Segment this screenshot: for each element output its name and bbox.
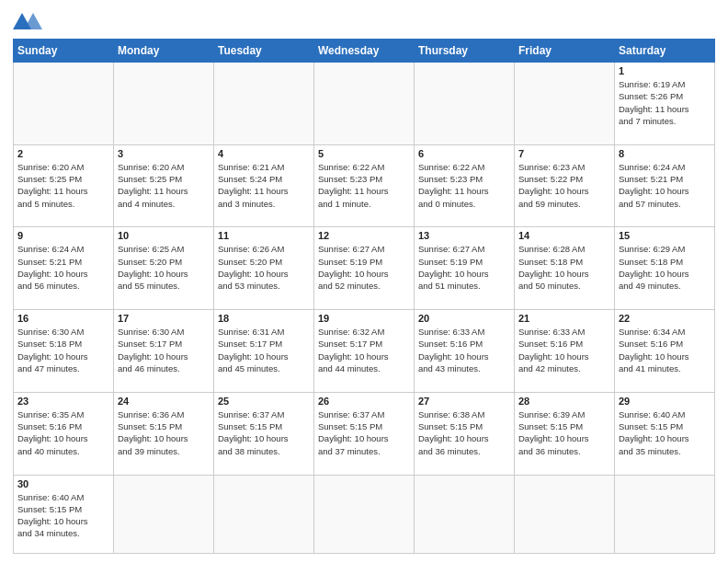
header [13,9,715,33]
day-number: 30 [17,478,109,489]
calendar-cell: 22Sunrise: 6:34 AM Sunset: 5:16 PM Dayli… [615,310,715,393]
day-number: 19 [318,313,410,324]
day-info: Sunrise: 6:22 AM Sunset: 5:23 PM Dayligh… [418,161,510,210]
calendar-cell [114,475,214,553]
day-number: 7 [518,148,610,159]
day-info: Sunrise: 6:37 AM Sunset: 5:15 PM Dayligh… [218,408,310,457]
day-info: Sunrise: 6:23 AM Sunset: 5:22 PM Dayligh… [518,161,610,210]
day-info: Sunrise: 6:28 AM Sunset: 5:18 PM Dayligh… [518,243,610,292]
day-info: Sunrise: 6:32 AM Sunset: 5:17 PM Dayligh… [318,326,410,374]
calendar-cell: 25Sunrise: 6:37 AM Sunset: 5:15 PM Dayli… [214,392,314,475]
day-number: 16 [17,313,109,324]
calendar-week-row: 1Sunrise: 6:19 AM Sunset: 5:26 PM Daylig… [14,63,715,145]
calendar-week-row: 23Sunrise: 6:35 AM Sunset: 5:16 PM Dayli… [14,392,715,475]
calendar-weekday-wednesday: Wednesday [314,40,415,63]
calendar-cell: 8Sunrise: 6:24 AM Sunset: 5:21 PM Daylig… [615,144,715,227]
day-number: 20 [418,313,510,324]
day-info: Sunrise: 6:37 AM Sunset: 5:15 PM Dayligh… [318,408,410,457]
day-info: Sunrise: 6:30 AM Sunset: 5:18 PM Dayligh… [17,326,109,374]
calendar-cell: 30Sunrise: 6:40 AM Sunset: 5:15 PM Dayli… [14,475,114,553]
calendar-weekday-thursday: Thursday [415,40,515,63]
calendar-week-row: 9Sunrise: 6:24 AM Sunset: 5:21 PM Daylig… [14,227,715,310]
calendar-cell: 10Sunrise: 6:25 AM Sunset: 5:20 PM Dayli… [114,227,214,310]
day-number: 8 [619,148,711,159]
calendar-cell: 14Sunrise: 6:28 AM Sunset: 5:18 PM Dayli… [515,227,615,310]
day-info: Sunrise: 6:22 AM Sunset: 5:23 PM Dayligh… [318,161,410,210]
day-info: Sunrise: 6:33 AM Sunset: 5:16 PM Dayligh… [418,326,510,374]
day-number: 25 [218,396,310,407]
calendar-cell: 6Sunrise: 6:22 AM Sunset: 5:23 PM Daylig… [415,144,515,227]
calendar-table: SundayMondayTuesdayWednesdayThursdayFrid… [13,39,715,554]
day-info: Sunrise: 6:40 AM Sunset: 5:15 PM Dayligh… [17,491,109,540]
day-number: 13 [418,230,510,241]
day-number: 22 [619,313,711,324]
calendar-week-row: 30Sunrise: 6:40 AM Sunset: 5:15 PM Dayli… [14,475,715,553]
logo [13,13,59,33]
day-number: 3 [118,148,210,159]
calendar-cell: 2Sunrise: 6:20 AM Sunset: 5:25 PM Daylig… [14,144,114,227]
day-info: Sunrise: 6:19 AM Sunset: 5:26 PM Dayligh… [619,78,711,127]
day-info: Sunrise: 6:21 AM Sunset: 5:24 PM Dayligh… [218,161,310,210]
day-info: Sunrise: 6:27 AM Sunset: 5:19 PM Dayligh… [318,243,410,292]
calendar-cell [314,63,415,145]
day-info: Sunrise: 6:31 AM Sunset: 5:17 PM Dayligh… [218,326,310,374]
day-info: Sunrise: 6:20 AM Sunset: 5:25 PM Dayligh… [17,161,109,210]
day-number: 29 [619,396,711,407]
day-info: Sunrise: 6:20 AM Sunset: 5:25 PM Dayligh… [118,161,210,210]
calendar-weekday-tuesday: Tuesday [214,40,314,63]
day-number: 18 [218,313,310,324]
day-info: Sunrise: 6:40 AM Sunset: 5:15 PM Dayligh… [619,408,711,457]
calendar-cell [114,63,214,145]
calendar-cell [415,63,515,145]
calendar-cell: 3Sunrise: 6:20 AM Sunset: 5:25 PM Daylig… [114,144,214,227]
calendar-cell: 13Sunrise: 6:27 AM Sunset: 5:19 PM Dayli… [415,227,515,310]
calendar-cell: 21Sunrise: 6:33 AM Sunset: 5:16 PM Dayli… [515,310,615,393]
calendar-cell: 7Sunrise: 6:23 AM Sunset: 5:22 PM Daylig… [515,144,615,227]
calendar-cell [515,475,615,553]
day-number: 9 [17,230,109,241]
calendar-cell [615,475,715,553]
calendar-cell: 9Sunrise: 6:24 AM Sunset: 5:21 PM Daylig… [14,227,114,310]
calendar-cell: 1Sunrise: 6:19 AM Sunset: 5:26 PM Daylig… [615,63,715,145]
day-number: 15 [619,230,711,241]
day-number: 1 [619,65,711,76]
day-number: 11 [218,230,310,241]
day-number: 10 [118,230,210,241]
day-info: Sunrise: 6:27 AM Sunset: 5:19 PM Dayligh… [418,243,510,292]
day-info: Sunrise: 6:29 AM Sunset: 5:18 PM Dayligh… [619,243,711,292]
calendar-weekday-friday: Friday [515,40,615,63]
day-number: 28 [518,396,610,407]
calendar-cell: 4Sunrise: 6:21 AM Sunset: 5:24 PM Daylig… [214,144,314,227]
calendar-cell: 20Sunrise: 6:33 AM Sunset: 5:16 PM Dayli… [415,310,515,393]
calendar-cell: 23Sunrise: 6:35 AM Sunset: 5:16 PM Dayli… [14,392,114,475]
day-number: 26 [318,396,410,407]
day-info: Sunrise: 6:35 AM Sunset: 5:16 PM Dayligh… [17,408,109,457]
day-number: 5 [318,148,410,159]
day-number: 12 [318,230,410,241]
calendar-cell: 24Sunrise: 6:36 AM Sunset: 5:15 PM Dayli… [114,392,214,475]
day-number: 21 [518,313,610,324]
calendar-cell: 5Sunrise: 6:22 AM Sunset: 5:23 PM Daylig… [314,144,415,227]
day-info: Sunrise: 6:24 AM Sunset: 5:21 PM Dayligh… [17,243,109,292]
day-number: 14 [518,230,610,241]
calendar-weekday-saturday: Saturday [615,40,715,63]
logo-icon [13,13,59,29]
calendar-cell: 17Sunrise: 6:30 AM Sunset: 5:17 PM Dayli… [114,310,214,393]
calendar-cell: 18Sunrise: 6:31 AM Sunset: 5:17 PM Dayli… [214,310,314,393]
calendar-weekday-monday: Monday [114,40,214,63]
day-info: Sunrise: 6:33 AM Sunset: 5:16 PM Dayligh… [518,326,610,374]
day-number: 24 [118,396,210,407]
calendar-cell: 27Sunrise: 6:38 AM Sunset: 5:15 PM Dayli… [415,392,515,475]
day-info: Sunrise: 6:38 AM Sunset: 5:15 PM Dayligh… [418,408,510,457]
day-number: 2 [17,148,109,159]
calendar-cell: 26Sunrise: 6:37 AM Sunset: 5:15 PM Dayli… [314,392,415,475]
day-info: Sunrise: 6:39 AM Sunset: 5:15 PM Dayligh… [518,408,610,457]
calendar-cell [214,475,314,553]
calendar-cell: 28Sunrise: 6:39 AM Sunset: 5:15 PM Dayli… [515,392,615,475]
calendar-cell [314,475,415,553]
day-number: 4 [218,148,310,159]
day-info: Sunrise: 6:25 AM Sunset: 5:20 PM Dayligh… [118,243,210,292]
calendar-week-row: 16Sunrise: 6:30 AM Sunset: 5:18 PM Dayli… [14,310,715,393]
calendar-cell [14,63,114,145]
day-info: Sunrise: 6:26 AM Sunset: 5:20 PM Dayligh… [218,243,310,292]
